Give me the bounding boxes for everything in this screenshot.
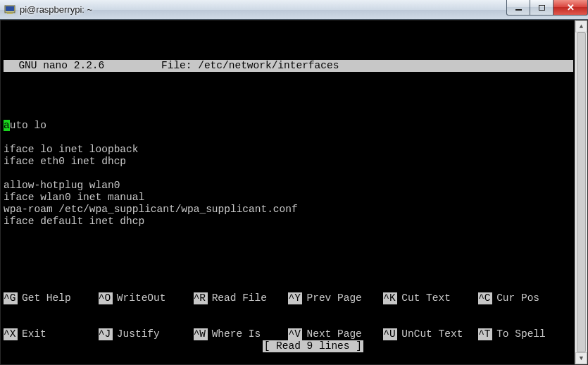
nano-help-item: ^UUnCut Text [383, 328, 478, 340]
putty-icon [4, 4, 15, 16]
nano-help-label: Exit [18, 328, 46, 340]
buffer-line[interactable]: iface eth0 inet dhcp [4, 156, 573, 168]
nano-help-item: ^WWhere Is [194, 328, 289, 340]
terminal[interactable]: GNU nano 2.2.6 File: /etc/network/interf… [4, 24, 573, 364]
nano-help-key: ^Y [288, 292, 302, 304]
nano-help-label: Justify [113, 328, 160, 340]
putty-window: pi@raspberrypi: ~ ✕ GNU nano 2.2.6 File:… [0, 0, 588, 365]
nano-help-key: ^K [383, 292, 397, 304]
nano-help-item: ^KCut Text [383, 292, 478, 304]
nano-header: GNU nano 2.2.6 File: /etc/network/interf… [4, 60, 573, 72]
minimize-button[interactable] [506, 0, 530, 16]
nano-help-key: ^C [478, 292, 492, 304]
nano-help-key: ^J [99, 328, 113, 340]
window-title: pi@raspberrypi: ~ [20, 4, 92, 15]
window-controls: ✕ [507, 0, 588, 16]
nano-help-key: ^V [288, 328, 302, 340]
nano-help-label: To Spell [492, 328, 546, 340]
buffer-line[interactable]: iface wlan0 inet manual [4, 192, 573, 204]
nano-help-key: ^W [194, 328, 208, 340]
nano-filepath: File: /etc/network/interfaces [161, 60, 570, 72]
nano-help-key: ^O [99, 292, 113, 304]
nano-help-label: Cur Pos [492, 292, 539, 304]
maximize-button[interactable] [530, 0, 553, 16]
buffer-line[interactable]: iface lo inet loopback [4, 144, 573, 156]
nano-help-label: Cut Text [397, 292, 451, 304]
buffer-line[interactable]: auto lo [4, 120, 573, 132]
nano-help-label: Prev Page [302, 292, 361, 304]
nano-help-item: ^CCur Pos [478, 292, 573, 304]
nano-help-item: ^YPrev Page [288, 292, 383, 304]
nano-help: ^GGet Help^OWriteOut^RRead File^YPrev Pa… [4, 268, 573, 364]
nano-help-item: ^TTo Spell [478, 328, 573, 340]
nano-help-label: Read File [208, 292, 267, 304]
nano-help-label: Where Is [208, 328, 261, 340]
nano-help-item: ^JJustify [99, 328, 194, 340]
scroll-thumb[interactable] [577, 32, 586, 352]
buffer-line[interactable]: wpa-roam /etc/wpa_supplicant/wpa_supplic… [4, 204, 573, 216]
nano-help-item: ^OWriteOut [99, 292, 194, 304]
nano-buffer[interactable]: auto loiface lo inet loopbackiface eth0 … [4, 108, 573, 228]
nano-help-item: ^VNext Page [288, 328, 383, 340]
scrollbar[interactable]: ▲ ▼ [575, 20, 587, 364]
svg-rect-1 [6, 6, 14, 11]
scroll-down-button[interactable]: ▼ [575, 352, 587, 364]
nano-help-label: UnCut Text [397, 328, 463, 340]
titlebar[interactable]: pi@raspberrypi: ~ ✕ [0, 0, 588, 20]
buffer-line[interactable]: iface default inet dhcp [4, 216, 573, 228]
buffer-line[interactable]: allow-hotplug wlan0 [4, 180, 573, 192]
nano-help-key: ^X [4, 328, 18, 340]
buffer-line[interactable] [4, 132, 573, 144]
nano-title: GNU nano 2.2.6 [6, 60, 161, 72]
nano-help-label: Next Page [302, 328, 361, 340]
nano-help-label: Get Help [18, 292, 71, 304]
nano-help-label: WriteOut [113, 292, 166, 304]
nano-help-key: ^T [478, 328, 492, 340]
scroll-up-button[interactable]: ▲ [575, 20, 587, 32]
nano-help-item: ^GGet Help [4, 292, 99, 304]
close-button[interactable]: ✕ [553, 0, 588, 16]
nano-help-key: ^G [4, 292, 18, 304]
nano-help-key: ^U [383, 328, 397, 340]
nano-help-key: ^R [194, 292, 208, 304]
cursor: a [4, 120, 10, 131]
buffer-line[interactable] [4, 168, 573, 180]
nano-help-item: ^XExit [4, 328, 99, 340]
nano-help-item: ^RRead File [194, 292, 289, 304]
svg-rect-2 [7, 13, 13, 14]
terminal-client: GNU nano 2.2.6 File: /etc/network/interf… [0, 20, 588, 365]
